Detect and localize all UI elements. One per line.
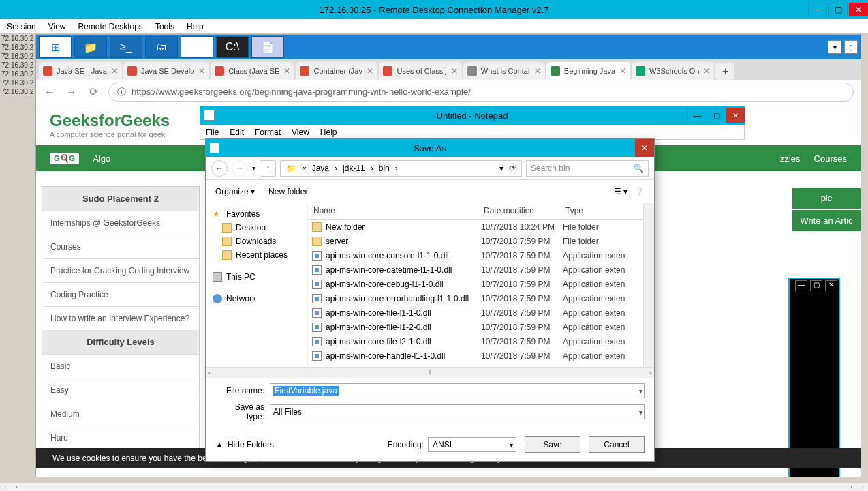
view-button[interactable]: ☰ ▾: [614, 187, 627, 196]
nav-item[interactable]: Courses: [814, 153, 847, 164]
file-row[interactable]: api-ms-win-core-file-l1-1-0.dll10/7/2018…: [308, 306, 654, 320]
file-row[interactable]: api-ms-win-core-console-l1-1-0.dll10/7/2…: [308, 248, 654, 263]
file-row[interactable]: api-ms-win-core-errorhandling-l1-1-0.dll…: [308, 291, 654, 306]
tab-close-icon[interactable]: ✕: [283, 66, 290, 76]
file-row[interactable]: api-ms-win-core-file-l1-2-0.dll10/7/2018…: [308, 320, 654, 334]
dropdown-icon[interactable]: ▾: [510, 441, 513, 449]
sidebar-item[interactable]: Internships @ GeeksforGeeks: [42, 211, 199, 235]
cancel-button[interactable]: Cancel: [589, 436, 645, 453]
refresh-icon[interactable]: ⟳: [508, 164, 517, 173]
tab-close-icon[interactable]: ✕: [198, 66, 205, 76]
savetype-select[interactable]: All Files ▾: [270, 404, 645, 419]
tab-close-icon[interactable]: ✕: [451, 66, 458, 76]
tab-close-icon[interactable]: ✕: [111, 66, 118, 76]
browser-tab[interactable]: Java SE - Java✕: [39, 62, 122, 80]
browser-tab[interactable]: What is Contai✕: [463, 62, 545, 80]
menu-view[interactable]: View: [292, 128, 309, 137]
nav-item[interactable]: zzles: [780, 153, 801, 164]
menu-edit[interactable]: Edit: [230, 128, 244, 137]
menu-help[interactable]: Help: [320, 128, 337, 137]
taskbar-chrome-icon[interactable]: ◉: [181, 36, 213, 58]
notepad-window[interactable]: Untitled - Notepad — ▢ ✕ File Edit Forma…: [200, 106, 745, 133]
new-tab-button[interactable]: +: [715, 63, 734, 80]
server-item[interactable]: 72.16.30.2: [0, 61, 34, 70]
taskbar-notepad-icon[interactable]: 📄: [251, 36, 284, 58]
write-article-button[interactable]: Write an Artic: [792, 210, 861, 231]
info-icon[interactable]: ⓘ: [117, 86, 126, 98]
path-dropdown-icon[interactable]: ▾: [498, 164, 505, 173]
filename-input[interactable]: FirstVariable.java ▾: [270, 383, 645, 398]
taskbar-tray-icon[interactable]: ▾: [828, 40, 841, 54]
browser-tab[interactable]: Container (Jav✕: [296, 62, 377, 80]
path-segment[interactable]: Java: [311, 164, 330, 173]
file-row[interactable]: api-ms-win-core-file-l2-1-0.dll10/7/2018…: [308, 334, 654, 348]
horizontal-scrollbar[interactable]: ‹⦀›: [206, 367, 654, 378]
menu-help[interactable]: Help: [187, 22, 204, 31]
file-row[interactable]: api-ms-win-core-debug-l1-1-0.dll10/7/201…: [308, 277, 654, 291]
server-item[interactable]: 72.16.30.2: [0, 34, 34, 43]
search-input[interactable]: Search bin 🔍: [526, 160, 649, 177]
server-item[interactable]: 72.16.30.2: [0, 87, 34, 96]
taskbar-powershell-icon[interactable]: ≥_: [110, 36, 142, 58]
server-item[interactable]: 72.16.30.2: [0, 43, 34, 52]
browser-tab[interactable]: Class (Java SE✕: [211, 62, 294, 80]
browser-tab[interactable]: W3Schools On✕: [632, 62, 714, 80]
dialog-close-button[interactable]: ✕: [635, 139, 654, 157]
file-row[interactable]: New folder10/7/2018 10:24 PMFile folder: [308, 220, 654, 234]
sidebar-item[interactable]: Medium: [42, 402, 199, 426]
new-folder-button[interactable]: New folder: [268, 187, 307, 196]
save-button[interactable]: Save: [525, 436, 580, 453]
nav-item[interactable]: pic: [792, 188, 861, 209]
server-item[interactable]: 72.16.30.2: [0, 78, 34, 87]
tab-close-icon[interactable]: ✕: [534, 66, 541, 76]
file-row[interactable]: api-ms-win-core-handle-l1-1-0.dll10/7/20…: [308, 348, 654, 363]
browser-tab[interactable]: Java SE Develo✕: [123, 62, 209, 80]
notepad-titlebar[interactable]: Untitled - Notepad — ▢ ✕: [200, 106, 745, 125]
menu-format[interactable]: Format: [255, 128, 281, 137]
col-name-header[interactable]: Name: [308, 203, 478, 219]
maximize-button[interactable]: ▢: [828, 3, 848, 16]
taskbar-folder-icon[interactable]: 🗂: [145, 36, 178, 58]
server-item[interactable]: 72.16.30.2: [0, 70, 34, 78]
gfg-nav-logo-icon[interactable]: G🍳G: [50, 153, 79, 164]
vertical-scrollbar[interactable]: [643, 203, 654, 367]
path-segment[interactable]: jdk-11: [341, 164, 367, 173]
path-segment[interactable]: bin: [377, 164, 391, 173]
nav-forward-button[interactable]: →: [232, 160, 248, 177]
file-row[interactable]: server10/7/2018 7:59 PMFile folder: [308, 234, 654, 248]
browser-tab-active[interactable]: Beginning Java✕: [546, 62, 630, 80]
menu-view[interactable]: View: [48, 22, 66, 31]
tree-thispc[interactable]: This PC: [208, 270, 305, 284]
dropdown-icon[interactable]: ▾: [639, 408, 642, 416]
nav-up-button[interactable]: ↑: [260, 160, 276, 177]
forward-button[interactable]: →: [65, 85, 78, 99]
tree-desktop[interactable]: Desktop: [208, 221, 305, 235]
nav-back-button[interactable]: ←: [211, 160, 228, 177]
save-as-titlebar[interactable]: Save As ✕: [206, 139, 654, 157]
sidebar-item[interactable]: Hard: [42, 426, 199, 449]
tree-downloads[interactable]: Downloads: [208, 235, 305, 248]
minimize-button[interactable]: —: [808, 3, 827, 16]
cmd-minimize-icon[interactable]: —: [795, 280, 807, 291]
taskbar-explorer-icon[interactable]: 📁: [74, 36, 107, 58]
menu-remote-desktops[interactable]: Remote Desktops: [78, 22, 143, 31]
notepad-minimize-button[interactable]: —: [687, 108, 707, 123]
tab-close-icon[interactable]: ✕: [703, 66, 710, 76]
address-bar[interactable]: ⓘ https://www.geeksforgeeks.org/beginnin…: [108, 83, 854, 102]
col-type-header[interactable]: Type: [560, 203, 628, 219]
menu-file[interactable]: File: [206, 128, 219, 137]
encoding-select[interactable]: ANSI ▾: [428, 437, 516, 452]
start-button[interactable]: ⊞: [39, 36, 72, 58]
hide-folders-button[interactable]: ▲ Hide Folders: [215, 440, 274, 449]
tree-recent[interactable]: Recent places: [208, 248, 305, 262]
organize-button[interactable]: Organize ▾: [215, 187, 255, 196]
reload-button[interactable]: ⟳: [87, 85, 100, 99]
cmd-close-icon[interactable]: ✕: [825, 280, 837, 291]
tab-close-icon[interactable]: ✕: [367, 66, 373, 76]
tree-network[interactable]: Network: [208, 292, 305, 306]
col-date-header[interactable]: Date modified: [478, 203, 560, 219]
browser-tab[interactable]: Uses of Class j✕: [379, 62, 461, 80]
menu-session[interactable]: Session: [7, 22, 36, 31]
nav-dropdown-icon[interactable]: ▾: [252, 164, 255, 172]
breadcrumb-path[interactable]: 📁 « Java › jdk-11 › bin › ▾ ⟳: [280, 160, 522, 177]
